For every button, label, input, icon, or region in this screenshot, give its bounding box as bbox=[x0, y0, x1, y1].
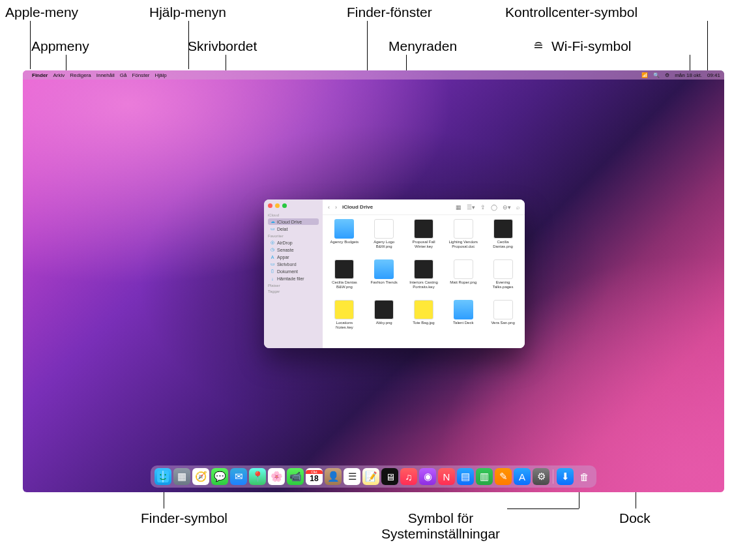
menu-innehall[interactable]: Innehåll bbox=[96, 72, 115, 78]
callout-desktop: Skrivbordet bbox=[188, 38, 257, 54]
menu-ga[interactable]: Gå bbox=[120, 72, 127, 78]
sidebar-item-recent[interactable]: ◷Senaste bbox=[268, 246, 319, 253]
dock-notes-icon[interactable]: 📝 bbox=[362, 468, 379, 485]
file-label: Ageny Logo B&W.png bbox=[368, 240, 400, 248]
menubar-date[interactable]: mån 18 okt. bbox=[675, 72, 702, 78]
view-icons-button[interactable]: ▦ bbox=[456, 204, 461, 211]
dock-mail-icon[interactable]: ✉ bbox=[230, 468, 247, 485]
sidebar-item-documents[interactable]: ▯Dokument bbox=[268, 268, 319, 274]
dock-music-icon[interactable]: ♫ bbox=[400, 468, 417, 485]
svg-point-2 bbox=[165, 474, 166, 475]
dock-trash-icon[interactable]: 🗑 bbox=[576, 468, 593, 485]
file-thumbnail bbox=[334, 300, 354, 319]
callout-finder-window: Finder-fönster bbox=[347, 5, 432, 20]
file-item[interactable]: Abby.png bbox=[365, 300, 403, 339]
search-button[interactable]: ⌕ bbox=[516, 204, 520, 211]
file-label: Proposal Fall Winter.key bbox=[407, 240, 440, 248]
minimize-button[interactable] bbox=[275, 203, 280, 208]
file-item[interactable]: Agency Budgets bbox=[325, 219, 364, 258]
menu-fonster[interactable]: Fönster bbox=[132, 72, 149, 78]
dock-facetime-icon[interactable]: 📹 bbox=[287, 468, 304, 485]
sidebar-item-icloud-drive[interactable]: ☁iCloud Drive bbox=[268, 218, 319, 225]
dock-downloads-icon[interactable]: ⬇ bbox=[557, 468, 574, 485]
dock-safari-icon[interactable]: 🧭 bbox=[192, 468, 209, 485]
sidebar-item-airdrop[interactable]: ◎AirDrop bbox=[268, 239, 319, 246]
sidebar-item-shared[interactable]: ▭Delat bbox=[268, 226, 319, 232]
dock-appstore-icon[interactable]: A bbox=[514, 468, 531, 485]
file-thumbnail bbox=[334, 259, 354, 279]
sidebar-item-apps[interactable]: AAppar bbox=[268, 254, 319, 260]
file-item[interactable]: Matt Roper.png bbox=[444, 259, 482, 299]
finder-icon-grid[interactable]: Agency BudgetsAgeny Logo B&W.pngProposal… bbox=[323, 215, 525, 348]
file-thumbnail bbox=[414, 300, 433, 319]
dock-photos-icon[interactable]: 🌸 bbox=[268, 468, 285, 485]
file-label: Lighting Vendors Proposal.doc bbox=[447, 240, 480, 248]
callout-sysprefs: Symbol för Systeminställningar bbox=[381, 510, 500, 542]
file-label: Agency Budgets bbox=[330, 240, 359, 244]
spotlight-icon[interactable]: 🔍 bbox=[653, 72, 660, 78]
callout-help-menu: Hjälp-menyn bbox=[149, 5, 226, 20]
desktop[interactable]: Finder Arkiv Redigera Innehåll Gå Fönste… bbox=[23, 70, 724, 492]
file-item[interactable]: Vera San.png bbox=[484, 300, 522, 339]
dock-tv-icon[interactable]: 🖥 bbox=[381, 468, 398, 485]
folder-icon bbox=[334, 219, 354, 239]
menu-arkiv[interactable]: Arkiv bbox=[53, 72, 65, 78]
finder-window[interactable]: iCloud ☁iCloud Drive ▭Delat Favoriter ◎A… bbox=[264, 199, 525, 348]
tags-button[interactable]: ◯ bbox=[491, 204, 497, 211]
zoom-button[interactable] bbox=[282, 203, 287, 208]
file-item[interactable]: Tote Bag.jpg bbox=[405, 300, 443, 339]
control-center-icon[interactable]: ⚙ bbox=[665, 72, 669, 78]
file-item[interactable]: Locations Notes.key bbox=[325, 300, 364, 339]
file-label: Vera San.png bbox=[491, 321, 514, 325]
file-thumbnail bbox=[414, 219, 433, 239]
file-item[interactable]: Cecilia Dantas.png bbox=[484, 219, 522, 258]
callout-apple-menu: Apple-meny bbox=[5, 5, 78, 20]
cloud-icon: ☁ bbox=[270, 219, 275, 224]
wifi-icon-label: ≘ bbox=[533, 38, 544, 53]
sidebar-item-desktop[interactable]: ▭Skrivbord bbox=[268, 261, 319, 267]
file-item[interactable]: Cecilia Dantas B&W.png bbox=[325, 259, 364, 299]
menu-redigera[interactable]: Redigera bbox=[70, 72, 91, 78]
back-button[interactable]: ‹ bbox=[328, 204, 330, 211]
menubar-time[interactable]: 09:41 bbox=[707, 72, 720, 78]
share-button[interactable]: ⇪ bbox=[480, 204, 486, 211]
dock-system-preferences-icon[interactable]: ⚙ bbox=[533, 468, 549, 485]
file-label: Abby.png bbox=[376, 321, 392, 325]
sidebar-item-downloads[interactable]: ↓Hämtade filer bbox=[268, 275, 319, 282]
file-item[interactable]: Ageny Logo B&W.png bbox=[365, 219, 403, 258]
file-item[interactable]: Lighting Vendors Proposal.doc bbox=[444, 219, 482, 258]
dock-reminders-icon[interactable]: ☰ bbox=[344, 468, 360, 485]
dock-pages-icon[interactable]: ✎ bbox=[495, 468, 512, 485]
dock-keynote-icon[interactable]: ▤ bbox=[457, 468, 474, 485]
dock-launchpad-icon[interactable]: ▦ bbox=[173, 468, 190, 485]
file-item[interactable]: Interiors Casting Portraits.key bbox=[405, 259, 443, 299]
forward-button[interactable]: › bbox=[335, 204, 337, 211]
file-item[interactable]: Talent Deck bbox=[444, 300, 482, 339]
file-thumbnail bbox=[493, 300, 513, 319]
close-button[interactable] bbox=[268, 203, 272, 208]
callout-wifi: Wi-Fi-symbol bbox=[551, 38, 631, 54]
file-item[interactable]: Fashion Trends bbox=[365, 259, 403, 299]
dock-contacts-icon[interactable]: 👤 bbox=[325, 468, 342, 485]
dock-calendar-icon[interactable]: Okt18 bbox=[306, 468, 323, 485]
dock-numbers-icon[interactable]: ▥ bbox=[476, 468, 493, 485]
file-item[interactable]: Evening Talks.pages bbox=[484, 259, 522, 299]
group-button[interactable]: ☰▾ bbox=[467, 204, 475, 211]
callout-menubar: Menyraden bbox=[388, 38, 457, 54]
dock-finder-icon[interactable] bbox=[154, 468, 171, 485]
dock-podcasts-icon[interactable]: ◉ bbox=[419, 468, 436, 485]
file-item[interactable]: Proposal Fall Winter.key bbox=[405, 219, 443, 258]
file-thumbnail bbox=[454, 219, 473, 239]
menu-hjalp[interactable]: Hjälp bbox=[155, 72, 167, 78]
wifi-icon[interactable]: 📶 bbox=[641, 72, 648, 78]
app-menu[interactable]: Finder bbox=[32, 72, 48, 78]
file-label: Interiors Casting Portraits.key bbox=[407, 280, 440, 289]
file-label: Talent Deck bbox=[453, 321, 473, 325]
dock-maps-icon[interactable]: 📍 bbox=[249, 468, 266, 485]
file-label: Matt Roper.png bbox=[450, 280, 476, 285]
desktop-icon: ▭ bbox=[270, 261, 275, 267]
action-button[interactable]: ⊖▾ bbox=[503, 204, 511, 211]
dock-news-icon[interactable]: N bbox=[438, 468, 455, 485]
file-thumbnail bbox=[493, 219, 513, 239]
dock-messages-icon[interactable]: 💬 bbox=[211, 468, 228, 485]
